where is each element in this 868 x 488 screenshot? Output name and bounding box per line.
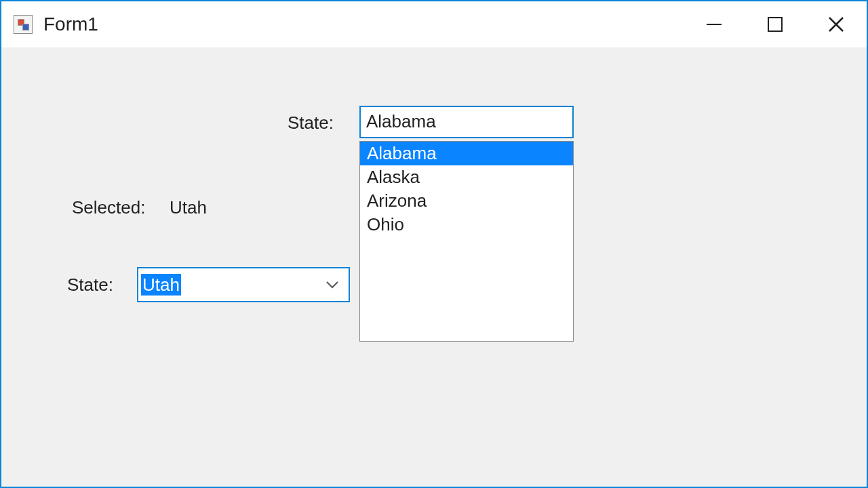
minimize-icon [705, 16, 723, 33]
list-item[interactable]: Alabama [360, 142, 573, 165]
titlebar[interactable]: Form1 [1, 1, 867, 47]
selected-label: Selected: [72, 197, 145, 218]
list-item[interactable]: Alaska [360, 165, 573, 189]
state-textbox[interactable]: Alabama [359, 106, 574, 138]
selected-value: Utah [170, 197, 207, 218]
combobox-value: Utah [141, 274, 181, 296]
list-item[interactable]: Arizona [360, 189, 573, 213]
chevron-down-icon [324, 277, 340, 293]
list-item[interactable]: Ohio [360, 213, 573, 237]
svg-rect-1 [768, 18, 782, 31]
state-label-bottom: State: [67, 274, 113, 296]
client-area: State: Alabama AlabamaAlaskaArizonaOhio … [3, 47, 865, 485]
state-listbox[interactable]: AlabamaAlaskaArizonaOhio [359, 141, 574, 342]
state-label-top: State: [288, 113, 334, 134]
state-combobox[interactable]: Utah [137, 267, 350, 302]
maximize-button[interactable] [745, 1, 806, 47]
state-textbox-value: Alabama [366, 111, 436, 131]
window-title: Form1 [43, 14, 98, 35]
close-icon [827, 15, 846, 34]
app-icon [14, 15, 33, 34]
window-controls [684, 1, 867, 47]
window-frame: Form1 State: Alabama [0, 0, 868, 488]
minimize-button[interactable] [684, 1, 745, 47]
close-button[interactable] [806, 1, 867, 47]
maximize-icon [766, 16, 784, 33]
